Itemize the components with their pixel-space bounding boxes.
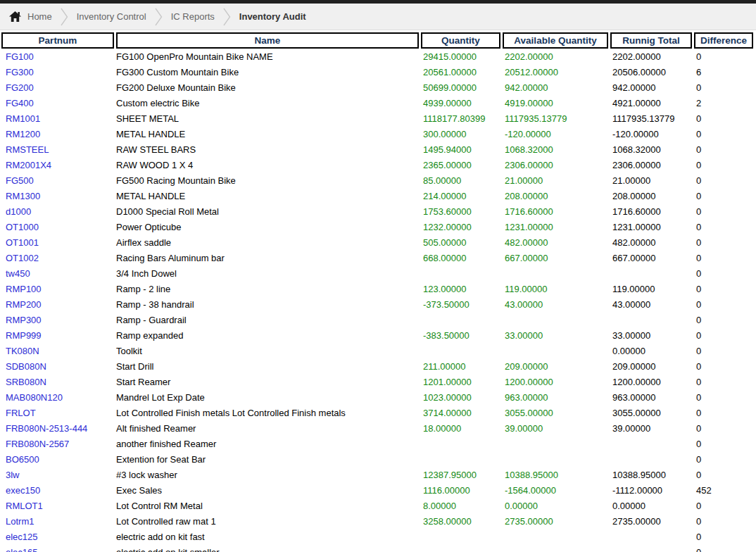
cell-name: Toolkit: [116, 344, 419, 359]
cell-running: [610, 313, 692, 328]
cell-partnum[interactable]: TK080N: [1, 344, 114, 359]
cell-partnum[interactable]: FRB080N-2513-444: [1, 421, 114, 437]
breadcrumb-item-inventory-control[interactable]: Inventory Control: [77, 11, 146, 22]
cell-partnum[interactable]: elec165: [1, 545, 114, 552]
cell-partnum[interactable]: FG500: [1, 173, 114, 189]
cell-partnum[interactable]: OT1002: [1, 251, 114, 266]
cell-available: 2202.00000: [503, 49, 608, 65]
cell-difference: 0: [694, 266, 753, 282]
cell-partnum[interactable]: RMP100: [1, 282, 114, 297]
cell-available: 942.00000: [503, 80, 608, 96]
cell-name: Lot Controlled raw mat 1: [116, 514, 419, 529]
table-row: FG100FG100 OpenPro Mountain Bike NAME294…: [0, 49, 756, 65]
cell-name: #3 lock washer: [116, 468, 419, 483]
cell-name: SHEET METAL: [116, 111, 419, 127]
cell-available: 10388.95000: [503, 468, 608, 483]
cell-running: [610, 437, 692, 452]
cell-name: RAW WOOD 1 X 4: [116, 158, 419, 173]
cell-partnum[interactable]: SRB080N: [1, 375, 114, 390]
cell-running: 43.00000: [610, 297, 692, 313]
table-row: SDB080NStart Drill211.00000209.00000209.…: [0, 359, 756, 375]
cell-partnum[interactable]: SDB080N: [1, 359, 114, 375]
column-header-quantity: Quantity: [421, 32, 500, 49]
table-row: SRB080NStart Reamer1201.000001200.000001…: [0, 375, 756, 390]
column-header-partnum: Partnum: [1, 32, 114, 49]
table-row: RMP999Ramp expanded-383.5000033.0000033.…: [0, 328, 756, 344]
cell-partnum[interactable]: OT1001: [1, 235, 114, 251]
cell-partnum[interactable]: RM1200: [1, 127, 114, 142]
cell-difference: 0: [694, 80, 753, 96]
cell-partnum[interactable]: RM2001X4: [1, 158, 114, 173]
cell-running: 20506.00000: [610, 65, 692, 80]
cell-difference: 0: [694, 173, 753, 189]
cell-partnum[interactable]: RMP300: [1, 313, 114, 328]
cell-available: [503, 529, 608, 545]
cell-running: [610, 545, 692, 552]
cell-available: 482.00000: [503, 235, 608, 251]
table-row: FRB080N-2567another finished Reamer0: [0, 437, 756, 452]
table-row: TK080NToolkit0.000000: [0, 344, 756, 359]
cell-name: Ramp expanded: [116, 328, 419, 344]
cell-quantity: [421, 313, 500, 328]
cell-available: 1068.32000: [503, 142, 608, 158]
cell-partnum[interactable]: exec150: [1, 483, 114, 498]
cell-partnum[interactable]: Lotrm1: [1, 514, 114, 529]
cell-partnum[interactable]: FG300: [1, 65, 114, 80]
table-row: RMSTEELRAW STEEL BARS1495.940001068.3200…: [0, 142, 756, 158]
cell-available: 119.00000: [503, 282, 608, 297]
cell-available: 963.00000: [503, 390, 608, 406]
cell-partnum[interactable]: FG100: [1, 49, 114, 65]
cell-partnum[interactable]: FG400: [1, 96, 114, 111]
cell-name: electric add on kit smaller: [116, 545, 419, 552]
cell-partnum[interactable]: 3lw: [1, 468, 114, 483]
cell-difference: 0: [694, 189, 753, 204]
table-row: RM1300METAL HANDLE214.00000208.00000208.…: [0, 189, 756, 204]
cell-difference: 0: [694, 359, 753, 375]
cell-running: 119.00000: [610, 282, 692, 297]
cell-quantity: 2365.00000: [421, 158, 500, 173]
cell-partnum[interactable]: RMP999: [1, 328, 114, 344]
cell-partnum[interactable]: FRLOT: [1, 406, 114, 421]
cell-partnum[interactable]: FRB080N-2567: [1, 437, 114, 452]
cell-difference: 0: [694, 235, 753, 251]
table-row: elec165electric add on kit smaller0: [0, 545, 756, 552]
table-row: FG300FG300 Custom Mountain Bike20561.000…: [0, 65, 756, 80]
cell-name: Start Reamer: [116, 375, 419, 390]
cell-running: 1716.60000: [610, 204, 692, 220]
cell-partnum[interactable]: RMSTEEL: [1, 142, 114, 158]
cell-difference: 452: [694, 483, 753, 498]
cell-available: 1117935.13779: [503, 111, 608, 127]
cell-partnum[interactable]: elec125: [1, 529, 114, 545]
cell-partnum[interactable]: FG200: [1, 80, 114, 96]
breadcrumb-item-ic-reports[interactable]: IC Reports: [171, 11, 215, 22]
table-row: RM1001SHEET METAL1118177.803991117935.13…: [0, 111, 756, 127]
cell-partnum[interactable]: RMP200: [1, 297, 114, 313]
inventory-audit-page: HomeInventory ControlIC ReportsInventory…: [0, 0, 756, 552]
cell-quantity: 4939.00000: [421, 96, 500, 111]
cell-partnum[interactable]: RMLOT1: [1, 498, 114, 514]
cell-running: -1112.00000: [610, 483, 692, 498]
cell-partnum[interactable]: BO6500: [1, 452, 114, 468]
cell-partnum[interactable]: RM1001: [1, 111, 114, 127]
cell-running: 1068.32000: [610, 142, 692, 158]
cell-partnum[interactable]: OT1000: [1, 220, 114, 235]
cell-partnum[interactable]: MAB080N120: [1, 390, 114, 406]
cell-difference: 0: [694, 375, 753, 390]
cell-partnum[interactable]: d1000: [1, 204, 114, 220]
cell-quantity: 18.00000: [421, 421, 500, 437]
cell-quantity: 1118177.80399: [421, 111, 500, 127]
breadcrumb-item-home[interactable]: Home: [27, 11, 52, 22]
cell-quantity: -373.50000: [421, 297, 500, 313]
table-row: tw4503/4 Inch Dowel0: [0, 266, 756, 282]
cell-available: [503, 437, 608, 452]
home-icon[interactable]: [8, 10, 22, 23]
cell-available: [503, 313, 608, 328]
table-row: RM2001X4RAW WOOD 1 X 42365.000002306.000…: [0, 158, 756, 173]
cell-partnum[interactable]: tw450: [1, 266, 114, 282]
table-body: FG100FG100 OpenPro Mountain Bike NAME294…: [0, 49, 756, 552]
breadcrumb: HomeInventory ControlIC ReportsInventory…: [0, 4, 756, 30]
cell-difference: 0: [694, 344, 753, 359]
cell-quantity: 211.00000: [421, 359, 500, 375]
table-row: FG200FG200 Deluxe Mountain Bike50699.000…: [0, 80, 756, 96]
cell-partnum[interactable]: RM1300: [1, 189, 114, 204]
